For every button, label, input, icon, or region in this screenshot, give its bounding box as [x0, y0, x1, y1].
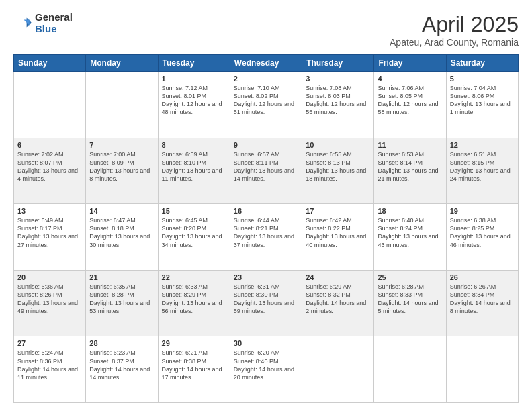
day-info: Sunrise: 6:44 AMSunset: 8:21 PMDaylight:… [234, 216, 298, 249]
day-info: Sunrise: 6:49 AMSunset: 8:17 PMDaylight:… [17, 216, 82, 249]
day-number: 27 [17, 339, 82, 347]
day-info: Sunrise: 7:06 AMSunset: 8:05 PMDaylight:… [378, 84, 442, 117]
table-row: 27Sunrise: 6:24 AMSunset: 8:36 PMDayligh… [14, 336, 86, 403]
day-info: Sunrise: 7:10 AMSunset: 8:02 PMDaylight:… [234, 84, 298, 117]
table-row: 18Sunrise: 6:40 AMSunset: 8:24 PMDayligh… [374, 204, 446, 271]
table-row [86, 72, 158, 138]
table-row [446, 336, 518, 403]
day-info: Sunrise: 7:00 AMSunset: 8:09 PMDaylight:… [89, 150, 154, 183]
day-number: 5 [450, 75, 515, 83]
table-row: 21Sunrise: 6:35 AMSunset: 8:28 PMDayligh… [86, 270, 158, 336]
day-info: Sunrise: 6:24 AMSunset: 8:36 PMDaylight:… [17, 349, 82, 381]
day-number: 7 [89, 141, 154, 149]
table-row: 16Sunrise: 6:44 AMSunset: 8:21 PMDayligh… [230, 204, 302, 271]
page: General Blue April 2025 Apateu, Arad Cou… [0, 0, 532, 411]
table-row: 7Sunrise: 7:00 AMSunset: 8:09 PMDaylight… [86, 138, 158, 204]
table-row: 28Sunrise: 6:23 AMSunset: 8:37 PMDayligh… [86, 336, 158, 403]
day-info: Sunrise: 6:51 AMSunset: 8:15 PMDaylight:… [450, 150, 515, 183]
table-row: 30Sunrise: 6:20 AMSunset: 8:40 PMDayligh… [230, 336, 302, 403]
day-info: Sunrise: 7:12 AMSunset: 8:01 PMDaylight:… [162, 84, 226, 117]
day-info: Sunrise: 6:59 AMSunset: 8:10 PMDaylight:… [162, 150, 226, 183]
table-row: 11Sunrise: 6:53 AMSunset: 8:14 PMDayligh… [374, 138, 446, 204]
table-row: 29Sunrise: 6:21 AMSunset: 8:38 PMDayligh… [158, 336, 230, 403]
day-info: Sunrise: 6:33 AMSunset: 8:29 PMDaylight:… [162, 283, 226, 316]
table-row: 19Sunrise: 6:38 AMSunset: 8:25 PMDayligh… [446, 204, 518, 271]
table-row [302, 336, 374, 403]
table-row: 22Sunrise: 6:33 AMSunset: 8:29 PMDayligh… [158, 270, 230, 336]
day-info: Sunrise: 6:35 AMSunset: 8:28 PMDaylight:… [89, 283, 154, 316]
day-number: 21 [89, 273, 154, 281]
table-row: 10Sunrise: 6:55 AMSunset: 8:13 PMDayligh… [302, 138, 374, 204]
table-row: 15Sunrise: 6:45 AMSunset: 8:20 PMDayligh… [158, 204, 230, 271]
table-row: 8Sunrise: 6:59 AMSunset: 8:10 PMDaylight… [158, 138, 230, 204]
table-row [374, 336, 446, 403]
table-row: 25Sunrise: 6:28 AMSunset: 8:33 PMDayligh… [374, 270, 446, 336]
calendar-header-row: Sunday Monday Tuesday Wednesday Thursday… [14, 55, 519, 72]
table-row: 4Sunrise: 7:06 AMSunset: 8:05 PMDaylight… [374, 72, 446, 138]
table-row: 9Sunrise: 6:57 AMSunset: 8:11 PMDaylight… [230, 138, 302, 204]
day-number: 17 [306, 207, 370, 215]
title-section: April 2025 Apateu, Arad County, Romania [390, 12, 519, 48]
table-row: 3Sunrise: 7:08 AMSunset: 8:03 PMDaylight… [302, 72, 374, 138]
day-number: 19 [450, 207, 515, 215]
logo-blue: Blue [35, 24, 73, 35]
day-number: 4 [378, 75, 442, 83]
table-row: 23Sunrise: 6:31 AMSunset: 8:30 PMDayligh… [230, 270, 302, 336]
day-number: 23 [234, 273, 298, 281]
table-row: 13Sunrise: 6:49 AMSunset: 8:17 PMDayligh… [14, 204, 86, 271]
col-thursday: Thursday [302, 55, 374, 72]
day-info: Sunrise: 6:36 AMSunset: 8:26 PMDaylight:… [17, 283, 82, 316]
day-number: 2 [234, 75, 298, 83]
day-info: Sunrise: 6:20 AMSunset: 8:40 PMDaylight:… [234, 349, 298, 381]
calendar-week-row: 1Sunrise: 7:12 AMSunset: 8:01 PMDaylight… [14, 72, 519, 138]
day-info: Sunrise: 6:45 AMSunset: 8:20 PMDaylight:… [162, 216, 226, 249]
calendar-week-row: 27Sunrise: 6:24 AMSunset: 8:36 PMDayligh… [14, 336, 519, 403]
day-info: Sunrise: 6:29 AMSunset: 8:32 PMDaylight:… [306, 283, 370, 316]
day-number: 11 [378, 141, 442, 149]
day-info: Sunrise: 6:53 AMSunset: 8:14 PMDaylight:… [378, 150, 442, 183]
table-row: 2Sunrise: 7:10 AMSunset: 8:02 PMDaylight… [230, 72, 302, 138]
day-info: Sunrise: 6:57 AMSunset: 8:11 PMDaylight:… [234, 150, 298, 183]
col-sunday: Sunday [14, 55, 86, 72]
calendar-week-row: 20Sunrise: 6:36 AMSunset: 8:26 PMDayligh… [14, 270, 519, 336]
calendar-week-row: 13Sunrise: 6:49 AMSunset: 8:17 PMDayligh… [14, 204, 519, 271]
day-number: 22 [162, 273, 226, 281]
table-row: 24Sunrise: 6:29 AMSunset: 8:32 PMDayligh… [302, 270, 374, 336]
table-row: 26Sunrise: 6:26 AMSunset: 8:34 PMDayligh… [446, 270, 518, 336]
table-row: 17Sunrise: 6:42 AMSunset: 8:22 PMDayligh… [302, 204, 374, 271]
day-number: 9 [234, 141, 298, 149]
day-number: 13 [17, 207, 82, 215]
day-info: Sunrise: 6:42 AMSunset: 8:22 PMDaylight:… [306, 216, 370, 249]
day-number: 18 [378, 207, 442, 215]
table-row: 1Sunrise: 7:12 AMSunset: 8:01 PMDaylight… [158, 72, 230, 138]
day-number: 10 [306, 141, 370, 149]
svg-marker-1 [24, 19, 29, 25]
day-number: 12 [450, 141, 515, 149]
table-row: 14Sunrise: 6:47 AMSunset: 8:18 PMDayligh… [86, 204, 158, 271]
col-wednesday: Wednesday [230, 55, 302, 72]
calendar-week-row: 6Sunrise: 7:02 AMSunset: 8:07 PMDaylight… [14, 138, 519, 204]
month-title: April 2025 [390, 12, 519, 37]
day-number: 24 [306, 273, 370, 281]
day-info: Sunrise: 6:28 AMSunset: 8:33 PMDaylight:… [378, 283, 442, 316]
day-info: Sunrise: 6:40 AMSunset: 8:24 PMDaylight:… [378, 216, 442, 249]
table-row: 6Sunrise: 7:02 AMSunset: 8:07 PMDaylight… [14, 138, 86, 204]
day-number: 25 [378, 273, 442, 281]
day-number: 20 [17, 273, 82, 281]
header: General Blue April 2025 Apateu, Arad Cou… [13, 12, 519, 48]
col-saturday: Saturday [446, 55, 518, 72]
day-info: Sunrise: 6:55 AMSunset: 8:13 PMDaylight:… [306, 150, 370, 183]
day-number: 14 [89, 207, 154, 215]
day-number: 8 [162, 141, 226, 149]
logo: General Blue [13, 12, 73, 34]
day-info: Sunrise: 6:47 AMSunset: 8:18 PMDaylight:… [89, 216, 154, 249]
col-monday: Monday [86, 55, 158, 72]
day-number: 30 [234, 339, 298, 347]
logo-text: General Blue [35, 12, 73, 34]
calendar-table: Sunday Monday Tuesday Wednesday Thursday… [13, 54, 519, 403]
day-info: Sunrise: 6:26 AMSunset: 8:34 PMDaylight:… [450, 283, 515, 316]
day-number: 16 [234, 207, 298, 215]
day-number: 29 [162, 339, 226, 347]
day-number: 6 [17, 141, 82, 149]
day-number: 28 [89, 339, 154, 347]
